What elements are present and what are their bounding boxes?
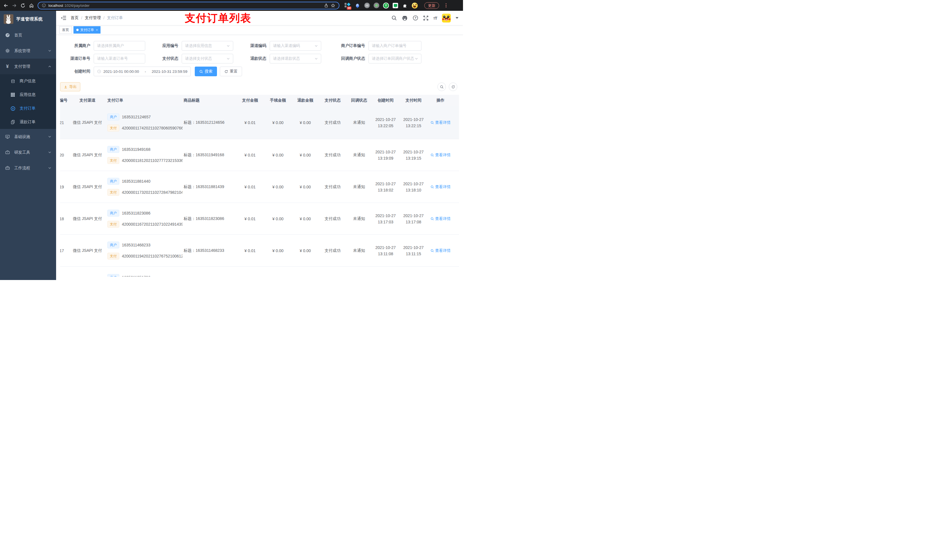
bookmark-star-icon[interactable]: [331, 3, 335, 8]
breadcrumb: 首页 / 支付管理 / 支付订单: [71, 15, 123, 21]
merchant-order-no: 1635311351796: [122, 275, 150, 276]
sidebar-item-label: 退款订单: [20, 119, 36, 125]
search-button[interactable]: 搜索: [195, 66, 217, 76]
chevron-down-icon: [48, 166, 51, 170]
user-avatar[interactable]: [442, 14, 451, 23]
pay-order-no: 4200001194202110276752100612: [122, 254, 183, 258]
cell-fee: ¥ 0.00: [264, 185, 292, 189]
app-select[interactable]: 请选择应用信息: [182, 41, 233, 51]
sidebar-item-refund-order[interactable]: 退款订单: [0, 115, 56, 129]
breadcrumb-separator: /: [81, 16, 82, 20]
sidebar-item-dev-tools[interactable]: 研发工具: [0, 145, 56, 160]
extension-pin-icon[interactable]: [354, 2, 360, 9]
user-menu-caret-icon[interactable]: [455, 17, 458, 19]
refresh-icon[interactable]: [449, 83, 457, 91]
merchant-order-input[interactable]: 请输入商户订单编号: [368, 41, 421, 51]
search-icon[interactable]: [392, 15, 397, 21]
merchant-select[interactable]: 请选择所属商户: [94, 41, 145, 51]
github-icon[interactable]: [402, 15, 408, 21]
sidebar-item-home[interactable]: 首页: [0, 27, 56, 43]
table-row: 17 微信 JSAPI 支付 商户1635311468233 支付4200001…: [60, 235, 459, 267]
share-icon[interactable]: [324, 3, 328, 8]
fullscreen-icon[interactable]: [423, 15, 428, 21]
browser-reload-icon[interactable]: [21, 3, 25, 8]
app-logo[interactable]: 芋道管理系统: [0, 11, 56, 27]
breadcrumb-separator: /: [103, 16, 104, 20]
browser-forward-icon[interactable]: [12, 3, 17, 8]
breadcrumb-home[interactable]: 首页: [71, 15, 79, 21]
cell-pay-status: 支付成功: [319, 248, 346, 253]
sidebar-item-payment[interactable]: ¥ 支付管理: [0, 59, 56, 74]
storefront-icon: [10, 79, 15, 84]
merchant-tag: 商户: [107, 178, 119, 185]
extension-record-icon[interactable]: [374, 3, 379, 8]
filter-label: 商户订单编号: [331, 43, 368, 48]
cell-channel: 微信 JSAPI 支付: [70, 248, 105, 253]
pay-tag: 支付: [107, 221, 119, 228]
sidebar-item-label: 首页: [14, 33, 22, 38]
filter-label: 创建时间: [60, 69, 94, 74]
sidebar-item-pay-order[interactable]: ¥ 支付订单: [0, 101, 56, 115]
extension-emoji-icon[interactable]: [412, 3, 418, 9]
sidebar-item-system[interactable]: 系统管理: [0, 43, 56, 59]
view-detail-link[interactable]: 查看详情: [431, 248, 451, 253]
tab-label: 支付订单: [80, 27, 94, 32]
notify-status-select[interactable]: 请选择订单回调商户状态: [368, 54, 421, 63]
help-icon[interactable]: ?: [413, 15, 418, 21]
breadcrumb-payment[interactable]: 支付管理: [85, 15, 101, 21]
clock-icon: [97, 69, 101, 73]
pay-order-no: 4200001181202110277723215336: [122, 158, 183, 163]
browser-back-icon[interactable]: [3, 3, 8, 8]
chevron-up-icon: [48, 65, 51, 68]
sidebar-item-merchant-info[interactable]: 商户信息: [0, 74, 56, 88]
tags-view-bar: 首页 支付订单×: [56, 25, 463, 35]
pay-tag: 支付: [107, 125, 119, 131]
extension-y-icon[interactable]: Y: [383, 3, 389, 9]
view-detail-link[interactable]: 查看详情: [431, 184, 451, 190]
main-area: 首页 / 支付管理 / 支付订单 支付订单列表 ? TT 首页 支付订单× 所属…: [56, 11, 463, 280]
refund-status-select[interactable]: 请选择退款状态: [270, 54, 321, 63]
channel-code-select[interactable]: 请输入渠道编码: [270, 41, 321, 51]
export-button[interactable]: 导出: [60, 82, 80, 91]
tab-home[interactable]: 首页: [59, 26, 72, 33]
filter-label: 退款状态: [243, 56, 270, 61]
chevron-down-icon: [315, 57, 318, 60]
site-info-icon[interactable]: [42, 3, 46, 8]
view-detail-link[interactable]: 查看详情: [431, 216, 451, 221]
browser-menu-icon[interactable]: [446, 3, 446, 8]
extension-blocks-icon[interactable]: 10: [344, 2, 351, 9]
sidebar-item-label: 商户信息: [20, 78, 36, 84]
browser-home-icon[interactable]: [29, 3, 34, 8]
close-icon[interactable]: ×: [96, 28, 98, 32]
placeholder-text: 请输入商户订单编号: [372, 43, 407, 48]
extensions-puzzle-icon[interactable]: [402, 2, 408, 9]
cell-pay-status: 支付成功: [319, 216, 346, 221]
filter-label: 渠道编码: [243, 43, 270, 48]
sidebar: 芋道管理系统 首页 系统管理 ¥ 支付管理 商户信息 应用信息 ¥ 支付订单 退…: [0, 11, 56, 280]
sidebar-item-workflow[interactable]: 工作流程: [0, 160, 56, 176]
create-time-range-picker[interactable]: 2021-10-01 00:00:00 - 2021-10-31 23:59:5…: [94, 66, 191, 76]
view-detail-link[interactable]: 查看详情: [431, 152, 451, 158]
extension-command-icon[interactable]: [364, 3, 370, 8]
pay-order-no: 4200001174202110278060590766: [122, 126, 183, 130]
cell-fee: ¥ 0.00: [264, 153, 292, 157]
view-detail-link[interactable]: 查看详情: [431, 120, 451, 125]
pay-order-no: 4200001167202110271022491439: [122, 222, 183, 226]
placeholder-text: 请选择订单回调商户状态: [372, 56, 414, 61]
sidebar-item-app-info[interactable]: 应用信息: [0, 88, 56, 101]
active-dot: [76, 29, 79, 31]
tab-pay-order[interactable]: 支付订单×: [73, 26, 100, 33]
search-button-label: 搜索: [205, 69, 212, 74]
extension-chat-icon[interactable]: [393, 3, 398, 8]
url-bar[interactable]: localhost :1024/pay/order: [38, 2, 339, 9]
sidebar-fold-icon[interactable]: [61, 15, 67, 21]
channel-order-input[interactable]: 请输入渠道订单号: [94, 54, 145, 63]
font-size-icon[interactable]: TT: [433, 16, 437, 21]
browser-update-button[interactable]: 更新: [424, 2, 439, 9]
placeholder-text: 请选择应用信息: [185, 43, 212, 48]
pay-status-select[interactable]: 请选择支付状态: [182, 54, 233, 63]
sidebar-item-infrastructure[interactable]: 基础设施: [0, 129, 56, 145]
hide-search-icon[interactable]: [437, 83, 446, 91]
reset-button[interactable]: 重置: [220, 66, 242, 76]
table-row: 18 微信 JSAPI 支付 商户1635311823086 支付4200001…: [60, 203, 459, 235]
